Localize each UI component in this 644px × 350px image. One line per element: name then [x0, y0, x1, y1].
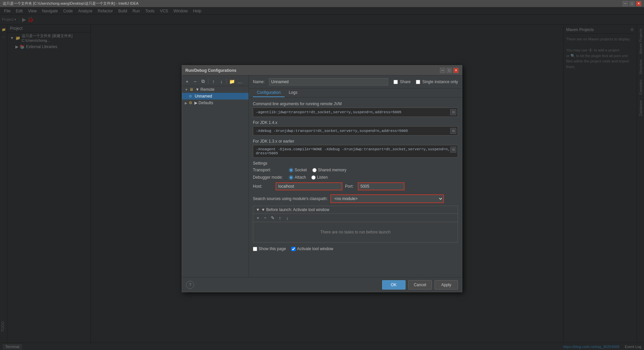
bl-up-btn[interactable]: ↑: [277, 214, 283, 221]
before-launch-section: ▼ ▼ Before launch: Activate tool window …: [253, 206, 458, 242]
remote-folder-icon: 🖥: [189, 87, 193, 92]
activate-tool-checkbox[interactable]: [291, 247, 296, 251]
before-launch-toolbar: + − ✎ ↑ ↓: [253, 214, 458, 222]
share-checkbox[interactable]: [393, 80, 398, 84]
dialog-close-btn[interactable]: ✕: [453, 68, 459, 73]
copy-jdk5-btn[interactable]: ⧉: [450, 109, 456, 115]
single-instance-label: Single instance only: [422, 79, 458, 84]
activate-tool-item: Activate tool window: [291, 246, 333, 251]
run-debug-dialog: Run/Debug Configurations ─ □ ✕ + − ⧉: [182, 65, 462, 292]
name-label: Name:: [253, 79, 266, 84]
toolbar-sep1: [208, 79, 208, 84]
settings-section: Settings Transport: Socket: [253, 161, 458, 190]
dialog-footer-right: OK Cancel Apply: [382, 280, 458, 290]
host-input[interactable]: [276, 182, 342, 190]
debug-listen-label: Listen: [317, 175, 328, 180]
cmdline-jdk5-text: -agentlib:jdwp=transport=dt_socket,serve…: [256, 110, 455, 114]
tree-defaults-folder[interactable]: ▶ ⚙ ▶ Defaults: [182, 100, 249, 106]
name-input[interactable]: [269, 78, 388, 85]
remove-config-btn[interactable]: −: [191, 78, 199, 85]
tree-remote-folder[interactable]: ▼ 🖥 ▼ Remote: [182, 86, 249, 93]
cmdline-jdk13-text: -Xnoagent -Djava.compiler=NONE -Xdebug -…: [256, 147, 455, 155]
modal-overlay: Run/Debug Configurations ─ □ ✕ + − ⧉: [0, 7, 644, 350]
tree-unnamed-config[interactable]: ⚙ Unnamed: [182, 93, 249, 100]
ide-background: File Edit View Navigate Code Analyze Ref…: [0, 7, 644, 350]
transport-radio-group: Socket Shared memory: [289, 168, 346, 172]
dialog-body: + − ⧉ ↑ ↓ 📁 … ▼ 🖥: [182, 75, 462, 277]
cmdline-jdk14-text: -Xdebug -Xrunjdwp:transport=dt_socket,se…: [256, 129, 455, 133]
cmdline-jdk13-box: -Xnoagent -Djava.compiler=NONE -Xdebug -…: [253, 145, 458, 158]
dialog-maximize-btn[interactable]: □: [447, 68, 452, 73]
copy-jdk14-btn[interactable]: ⧉: [450, 128, 456, 134]
transport-shmem-label: Shared memory: [318, 168, 346, 172]
debugger-attach-item[interactable]: Attach: [289, 175, 306, 180]
window-title: 这只是一个文件夹 [C:\Users\chong.wang\Desktop\这只…: [3, 1, 138, 6]
remote-folder-arrow: ▼: [185, 88, 188, 92]
add-config-btn[interactable]: +: [183, 78, 191, 85]
transport-shmem-item[interactable]: Shared memory: [312, 168, 346, 172]
close-btn[interactable]: ✕: [636, 1, 641, 6]
before-launch-header[interactable]: ▼ ▼ Before launch: Activate tool window: [253, 206, 458, 214]
bl-remove-btn[interactable]: −: [262, 214, 269, 221]
port-input[interactable]: [358, 182, 405, 190]
cancel-button[interactable]: Cancel: [408, 280, 432, 290]
dialog-minimize-btn[interactable]: ─: [440, 68, 445, 73]
transport-shmem-radio[interactable]: [312, 168, 317, 172]
defaults-folder-label: ▶ Defaults: [194, 101, 213, 105]
help-btn[interactable]: ?: [186, 281, 194, 289]
folder-btn[interactable]: 📁: [228, 78, 235, 85]
debugger-mode-radio-group: Attach Listen: [289, 175, 328, 180]
single-instance-group: Single instance only: [416, 79, 458, 84]
debugger-mode-row: Debugger mode: Attach Listen: [253, 175, 458, 180]
share-checkbox-group: Share: [393, 79, 411, 84]
debugger-mode-label: Debugger mode:: [253, 175, 286, 180]
move-down-btn[interactable]: ↓: [218, 78, 225, 85]
tab-logs[interactable]: Logs: [285, 89, 301, 97]
share-label: Share: [400, 79, 411, 84]
bl-add-btn[interactable]: +: [255, 214, 261, 221]
copy-config-btn[interactable]: ⧉: [199, 78, 207, 85]
copy-jdk13-btn[interactable]: ⧉: [450, 147, 456, 153]
dialog-title-bar: Run/Debug Configurations ─ □ ✕: [182, 65, 462, 75]
classpath-select[interactable]: <no module>: [330, 194, 444, 203]
maximize-btn[interactable]: □: [629, 1, 635, 6]
dialog-title: Run/Debug Configurations: [185, 68, 236, 73]
debug-listen-radio[interactable]: [311, 175, 316, 180]
dialog-left-toolbar: + − ⧉ ↑ ↓ 📁 …: [182, 77, 249, 86]
minimize-btn[interactable]: ─: [623, 1, 628, 6]
dialog-footer: ? OK Cancel Apply: [182, 277, 462, 292]
show-page-label: Show this page: [259, 246, 286, 251]
config-icon: ⚙: [189, 94, 192, 99]
footer-checkboxes: Show this page Activate tool window: [253, 244, 458, 254]
bl-down-btn[interactable]: ↓: [284, 214, 291, 221]
config-tree: ▼ 🖥 ▼ Remote ⚙ Unnamed ▶ ⚙ ▶ Defaults: [182, 86, 249, 106]
transport-label: Transport:: [253, 168, 286, 172]
transport-socket-radio[interactable]: [289, 168, 293, 172]
dialog-title-controls: ─ □ ✕: [440, 68, 459, 73]
host-port-row: Host: Port:: [253, 182, 458, 190]
dialog-right-pane: Name: Share Single instance only: [249, 75, 462, 277]
bl-edit-btn[interactable]: ✎: [269, 214, 276, 221]
cmdline-section-label: Command line arguments for running remot…: [253, 102, 458, 106]
debug-attach-radio[interactable]: [289, 175, 293, 180]
classpath-row: Search sources using module's classpath:…: [253, 194, 458, 203]
single-instance-checkbox[interactable]: [416, 80, 420, 84]
show-page-checkbox[interactable]: [253, 247, 257, 251]
settings-label: Settings: [253, 161, 458, 166]
debugger-listen-item[interactable]: Listen: [311, 175, 328, 180]
transport-socket-item[interactable]: Socket: [289, 168, 307, 172]
move-up-btn[interactable]: ↑: [210, 78, 217, 85]
more-btn[interactable]: …: [236, 78, 244, 85]
jdk13-label: For JDK 1.3.x or earlier: [253, 139, 458, 144]
apply-button[interactable]: Apply: [435, 280, 458, 290]
classpath-label: Search sources using module's classpath:: [253, 196, 328, 201]
port-label: Port:: [345, 184, 355, 189]
tab-configuration[interactable]: Configuration: [253, 89, 285, 97]
cmdline-jdk5-box: -agentlib:jdwp=transport=dt_socket,serve…: [253, 108, 458, 117]
defaults-folder-icon: ⚙: [189, 101, 192, 105]
config-tabs-row: Configuration Logs: [249, 89, 462, 98]
ok-button[interactable]: OK: [382, 280, 406, 290]
activate-tool-label: Activate tool window: [297, 246, 333, 251]
transport-row: Transport: Socket Shared memory: [253, 168, 458, 172]
dialog-left-pane: + − ⧉ ↑ ↓ 📁 … ▼ 🖥: [182, 75, 249, 277]
